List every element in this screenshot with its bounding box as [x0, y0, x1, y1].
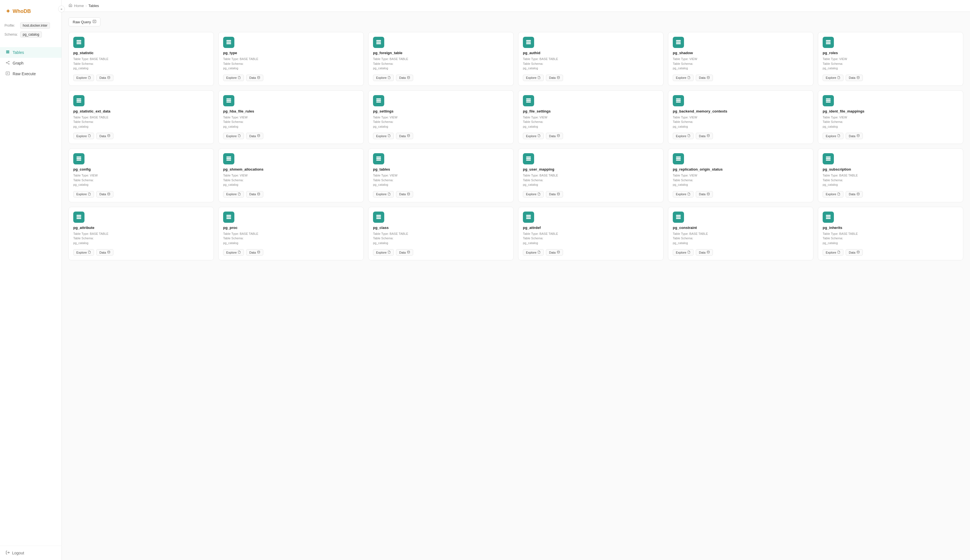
explore-button[interactable]: Explore [373, 75, 394, 81]
data-button[interactable]: Data [96, 75, 113, 81]
explore-button[interactable]: Explore [673, 249, 693, 256]
svg-rect-38 [826, 43, 831, 44]
data-button[interactable]: Data [846, 75, 863, 81]
explore-icon [837, 192, 840, 196]
data-button[interactable]: Data [696, 191, 713, 198]
explore-button[interactable]: Explore [73, 75, 94, 81]
data-button[interactable]: Data [96, 191, 113, 198]
data-label: Data [99, 76, 106, 79]
data-icon [557, 192, 560, 196]
data-icon [707, 134, 710, 138]
sidebar-bottom: Logout [0, 546, 62, 560]
svg-point-111 [857, 251, 859, 252]
explore-icon [538, 76, 541, 80]
logout-button[interactable]: Logout [6, 550, 56, 555]
data-button[interactable]: Data [696, 133, 713, 139]
data-button[interactable]: Data [546, 133, 563, 139]
data-button[interactable]: Data [246, 191, 263, 198]
explore-button[interactable]: Explore [673, 75, 693, 81]
sidebar-item-raw-execute[interactable]: Raw Execute [0, 68, 62, 79]
explore-button[interactable]: Explore [73, 133, 94, 139]
sidebar-item-label-tables: Tables [13, 50, 24, 55]
explore-button[interactable]: Explore [223, 75, 244, 81]
explore-icon [687, 76, 690, 80]
explore-button[interactable]: Explore [73, 191, 94, 198]
table-card-meta: Table Type: BASE TABLE Table Schema: pg_… [523, 232, 659, 245]
explore-button[interactable]: Explore [823, 191, 843, 198]
explore-button[interactable]: Explore [523, 249, 544, 256]
table-card-actions: Explore Data [223, 133, 359, 139]
data-label: Data [549, 192, 556, 196]
data-button[interactable]: Data [846, 133, 863, 139]
svg-rect-54 [526, 101, 531, 102]
table-card-name: pg_statistic [73, 51, 209, 55]
data-button[interactable]: Data [246, 249, 263, 256]
explore-button[interactable]: Explore [73, 249, 94, 256]
data-button[interactable]: Data [696, 249, 713, 256]
data-button[interactable]: Data [696, 75, 713, 81]
collapse-sidebar-button[interactable]: « [58, 6, 65, 12]
explore-button[interactable]: Explore [673, 133, 693, 139]
table-card-actions: Explore Data [373, 191, 509, 198]
svg-rect-45 [227, 100, 231, 101]
table-card-actions: Explore Data [823, 249, 958, 256]
table-card-actions: Explore Data [73, 75, 209, 81]
svg-rect-82 [676, 160, 681, 161]
explore-button[interactable]: Explore [223, 133, 244, 139]
explore-button[interactable]: Explore [823, 75, 843, 81]
data-button[interactable]: Data [396, 133, 413, 139]
data-button[interactable]: Data [396, 75, 413, 81]
svg-rect-17 [77, 42, 82, 43]
data-icon [407, 192, 410, 196]
explore-button[interactable]: Explore [223, 191, 244, 198]
breadcrumb-home[interactable]: Home [74, 3, 84, 8]
data-button[interactable]: Data [96, 249, 113, 256]
explore-button[interactable]: Explore [673, 191, 693, 198]
explore-button[interactable]: Explore [523, 133, 544, 139]
explore-button[interactable]: Explore [823, 249, 843, 256]
data-button[interactable]: Data [546, 191, 563, 198]
explore-button[interactable]: Explore [823, 133, 843, 139]
data-button[interactable]: Data [246, 133, 263, 139]
data-button[interactable]: Data [846, 191, 863, 198]
explore-button[interactable]: Explore [373, 191, 394, 198]
raw-query-button[interactable]: Raw Query [68, 17, 100, 27]
explore-label: Explore [376, 76, 386, 79]
raw-query-label: Raw Query [73, 20, 91, 24]
table-card-icon [373, 95, 384, 106]
data-button[interactable]: Data [546, 249, 563, 256]
explore-button[interactable]: Explore [523, 75, 544, 81]
explore-button[interactable]: Explore [523, 191, 544, 198]
data-button[interactable]: Data [846, 249, 863, 256]
svg-rect-29 [526, 42, 531, 43]
table-card-actions: Explore Data [523, 75, 659, 81]
explore-icon [387, 192, 391, 196]
explore-button[interactable]: Explore [373, 249, 394, 256]
svg-point-47 [257, 134, 260, 135]
data-button[interactable]: Data [246, 75, 263, 81]
table-card-icon [823, 212, 834, 223]
profile-value: host.docker.inter [20, 22, 50, 28]
svg-rect-36 [826, 40, 831, 41]
sidebar-item-tables[interactable]: Tables [0, 47, 62, 58]
data-button[interactable]: Data [396, 191, 413, 198]
table-card-name: pg_config [73, 167, 209, 172]
table-card-meta: Table Type: VIEW Table Schema: pg_catalo… [823, 115, 958, 129]
explore-label: Explore [676, 251, 686, 254]
svg-rect-60 [826, 98, 831, 99]
data-button[interactable]: Data [546, 75, 563, 81]
svg-rect-84 [826, 157, 831, 158]
svg-rect-97 [376, 216, 381, 217]
svg-point-95 [257, 251, 260, 252]
svg-rect-78 [526, 160, 531, 161]
data-button[interactable]: Data [96, 133, 113, 139]
table-card-icon [823, 153, 834, 164]
table-card: pg_authid Table Type: BASE TABLE Table S… [518, 32, 663, 86]
explore-button[interactable]: Explore [223, 249, 244, 256]
data-button[interactable]: Data [396, 249, 413, 256]
svg-rect-57 [676, 100, 681, 101]
content-area: Raw Query pg_statistic Table Type: BASE … [62, 12, 970, 266]
table-card-icon [673, 95, 684, 106]
explore-button[interactable]: Explore [373, 133, 394, 139]
sidebar-item-graph[interactable]: Graph [0, 58, 62, 68]
